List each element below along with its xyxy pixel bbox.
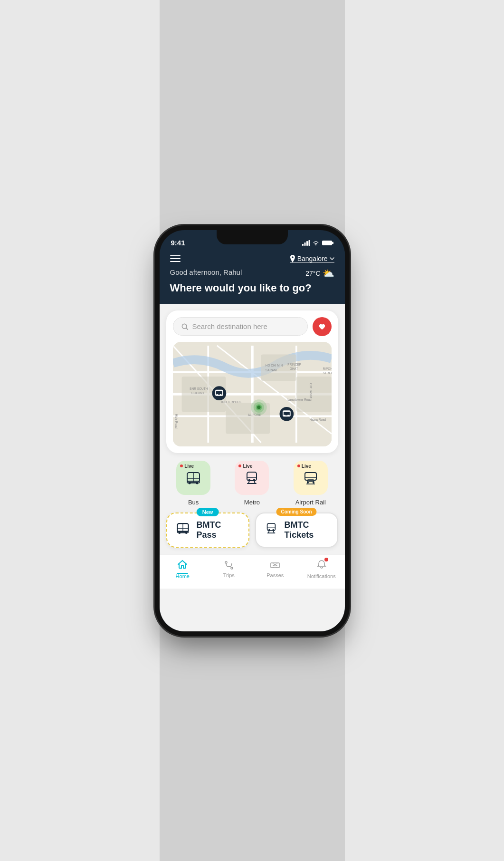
bmtc-pass-bus-icon: [175, 520, 191, 540]
location-selector[interactable]: Bangalore: [290, 255, 334, 263]
svg-text:BNR SOUTH: BNR SOUTH: [190, 387, 208, 390]
nav-home[interactable]: Home: [160, 559, 206, 579]
airport-rail-icon: [302, 469, 320, 487]
svg-text:STREET: STREET: [323, 371, 332, 375]
live-badge-rail: Live: [297, 464, 311, 469]
svg-rect-0: [302, 244, 304, 246]
bmtc-tickets-card[interactable]: Coming Soon B: [255, 513, 338, 548]
nav-home-label: Home: [176, 573, 190, 579]
location-pin-icon: [290, 255, 295, 262]
transit-options: Live Bus: [160, 453, 345, 511]
transit-bus[interactable]: Live Bus: [176, 461, 210, 506]
bottom-navigation: Home Trips: [160, 554, 345, 589]
search-input[interactable]: Search destination here: [173, 317, 308, 336]
svg-rect-19: [296, 376, 331, 411]
chevron-down-icon: [330, 257, 334, 260]
home-icon: [177, 559, 188, 570]
passes-icon: [269, 560, 281, 571]
bmtc-pass-label: BMTC Pass: [197, 520, 241, 540]
svg-rect-6: [332, 242, 333, 244]
svg-text:RIPON: RIPON: [323, 367, 332, 370]
new-badge: New: [197, 508, 219, 516]
notch: [217, 230, 288, 244]
transit-airport-rail[interactable]: Live Airport Rail: [294, 461, 328, 506]
svg-rect-45: [287, 415, 289, 416]
svg-point-74: [178, 532, 180, 534]
svg-rect-64: [305, 473, 316, 480]
svg-rect-38: [216, 394, 218, 396]
main-content: Search destination here: [160, 304, 345, 631]
search-map-card: Search destination here: [166, 310, 338, 453]
header: Bangalore Good afternoon, Rahul 27°C ⛅ W…: [160, 251, 345, 304]
bmtc-pass-card[interactable]: New BMTC Pass: [166, 513, 249, 548]
metro-icon-box: Live: [235, 461, 269, 495]
nav-passes-label: Passes: [266, 572, 284, 578]
svg-point-75: [185, 532, 187, 534]
svg-text:SARANI: SARANI: [265, 368, 276, 371]
status-icons: [302, 240, 333, 246]
battery-icon: [322, 240, 333, 246]
svg-rect-1: [304, 242, 305, 246]
search-icon: [181, 323, 189, 330]
svg-rect-46: [285, 411, 289, 412]
greeting-text: Good afternoon, Rahul: [170, 268, 242, 276]
svg-text:Lansdowne Road: Lansdowne Road: [287, 397, 312, 401]
svg-rect-2: [306, 241, 308, 246]
weather-icon: ⛅: [323, 268, 334, 279]
transit-metro[interactable]: Live Metro: [235, 461, 269, 506]
svg-text:Hazra Road: Hazra Road: [309, 417, 326, 421]
airport-rail-icon-box: Live: [294, 461, 328, 495]
svg-text:KIDDERPORE: KIDDERPORE: [221, 400, 242, 403]
bmtc-ticket-icon: [264, 521, 279, 539]
svg-point-56: [196, 482, 199, 484]
nav-notifications-label: Notifications: [307, 573, 336, 579]
svg-rect-40: [217, 390, 221, 391]
svg-rect-57: [247, 472, 257, 481]
svg-rect-5: [322, 241, 332, 245]
nav-trips-label: Trips: [223, 572, 235, 578]
svg-rect-3: [308, 240, 310, 246]
svg-point-83: [225, 561, 227, 563]
weather-display: 27°C ⛅: [305, 268, 334, 279]
live-badge-metro: Live: [238, 464, 252, 469]
map-svg: CIT Road RIPON STREET HO CHI MIN SARANI …: [173, 342, 332, 446]
search-placeholder: Search destination here: [192, 322, 267, 330]
metro-label: Metro: [244, 499, 260, 506]
nav-notifications[interactable]: Notifications: [298, 559, 345, 579]
wifi-icon: [312, 240, 320, 246]
bus-icon: [184, 469, 202, 487]
svg-point-4: [315, 244, 316, 245]
svg-text:PRINCEP: PRINCEP: [287, 362, 301, 366]
coming-soon-badge: Coming Soon: [276, 508, 317, 516]
svg-text:GHAT: GHAT: [289, 367, 298, 370]
temperature: 27°C: [305, 270, 320, 277]
location-label: Bangalore: [297, 255, 328, 262]
nav-trips[interactable]: Trips: [206, 560, 252, 578]
svg-text:COLONY: COLONY: [191, 391, 204, 395]
nav-passes[interactable]: Passes: [252, 560, 299, 578]
notification-dot: [324, 558, 328, 561]
svg-point-50: [257, 406, 260, 409]
svg-text:Hide Road: Hide Road: [174, 414, 178, 428]
svg-text:HO CHI MIN: HO CHI MIN: [265, 364, 283, 367]
favorites-button[interactable]: [313, 317, 332, 336]
svg-rect-44: [284, 415, 285, 416]
status-time: 9:41: [171, 239, 185, 247]
airport-rail-label: Airport Rail: [295, 499, 326, 506]
pass-cards-row: New BMTC Pass: [160, 513, 345, 554]
svg-rect-37: [216, 391, 222, 394]
heart-icon: [318, 323, 326, 330]
trips-icon: [223, 560, 235, 571]
svg-point-67: [307, 482, 309, 484]
svg-point-68: [313, 482, 314, 484]
main-title: Where would you like to go?: [170, 282, 334, 294]
map-view[interactable]: CIT Road RIPON STREET HO CHI MIN SARANI …: [173, 342, 332, 446]
signal-icon: [302, 240, 310, 246]
bus-label: Bus: [188, 499, 199, 506]
menu-button[interactable]: [170, 255, 181, 262]
bmtc-tickets-label: BMTC Tickets: [285, 520, 330, 540]
phone-frame: 9:41: [160, 230, 345, 631]
svg-rect-39: [220, 394, 221, 396]
metro-icon: [243, 469, 261, 487]
live-badge-bus: Live: [180, 464, 194, 469]
